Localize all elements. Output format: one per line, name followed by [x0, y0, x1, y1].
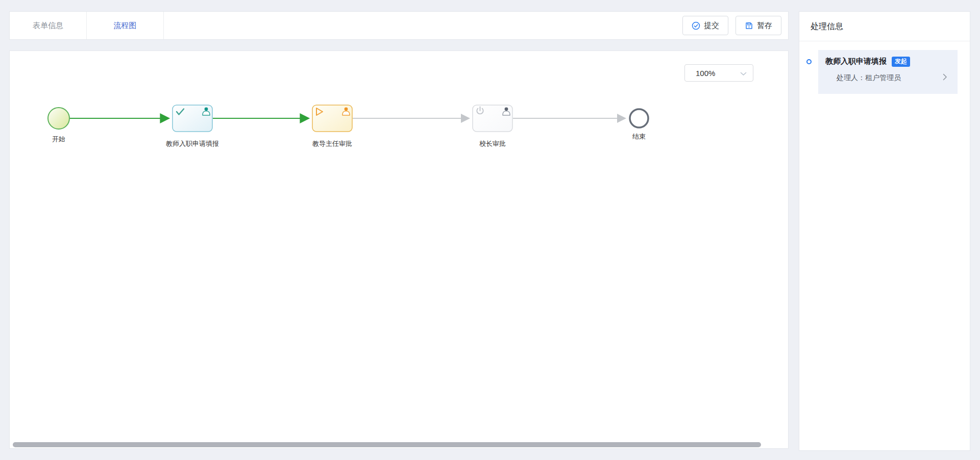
- panel-title: 处理信息: [799, 12, 970, 41]
- save-icon: [745, 21, 753, 30]
- start-event-node[interactable]: [48, 108, 69, 129]
- process-step-header: 教师入职申请填报 发起: [825, 57, 950, 67]
- task-node-apply[interactable]: [173, 105, 212, 132]
- process-step-handler: 处理人： 租户管理员: [837, 73, 950, 83]
- handler-label: 处理人：: [837, 73, 865, 83]
- flow-canvas: 开始 教师入职申请填报 教导主任审批: [9, 50, 789, 449]
- timeline-bullet-icon: [806, 59, 812, 64]
- task3-node-label: 校长审批: [479, 140, 506, 147]
- handler-name: 租户管理员: [865, 73, 901, 83]
- task-node-director-approval[interactable]: [312, 105, 352, 132]
- end-event-node[interactable]: [630, 109, 648, 127]
- tab-form-info[interactable]: 表单信息: [10, 12, 87, 39]
- end-node-label: 结束: [632, 133, 646, 140]
- app-root: 表单信息 流程图 提交: [0, 0, 980, 460]
- save-draft-button-label: 暂存: [757, 21, 772, 31]
- save-draft-button[interactable]: 暂存: [736, 16, 781, 35]
- task1-node-label: 教师入职申请填报: [166, 140, 219, 147]
- check-circle-icon: [692, 21, 700, 30]
- start-node-label: 开始: [52, 135, 65, 143]
- scrollbar-thumb[interactable]: [13, 442, 761, 447]
- chevron-down-icon: [740, 69, 747, 78]
- zoom-value: 100%: [696, 69, 715, 78]
- zoom-select[interactable]: 100%: [684, 64, 753, 82]
- tab-flowchart-label: 流程图: [114, 21, 137, 31]
- tab-flowchart[interactable]: 流程图: [87, 12, 164, 39]
- submit-button-label: 提交: [704, 21, 719, 31]
- flow-diagram: 开始 教师入职申请填报 教导主任审批: [10, 51, 789, 439]
- tab-form-info-label: 表单信息: [33, 21, 63, 31]
- toolbar: 提交 暂存: [682, 12, 788, 39]
- status-badge: 发起: [892, 57, 910, 67]
- top-tab-bar: 表单信息 流程图 提交: [9, 11, 789, 40]
- submit-button[interactable]: 提交: [682, 16, 728, 35]
- horizontal-scrollbar[interactable]: [10, 441, 788, 448]
- chevron-right-icon: [943, 73, 947, 82]
- process-info-panel: 处理信息 教师入职申请填报 发起 处理人： 租户管理员: [799, 11, 970, 451]
- task2-node-label: 教导主任审批: [312, 140, 352, 147]
- task-node-principal-approval[interactable]: [473, 105, 512, 132]
- process-step-title: 教师入职申请填报: [825, 57, 887, 66]
- process-step-item[interactable]: 教师入职申请填报 发起 处理人： 租户管理员: [818, 50, 958, 94]
